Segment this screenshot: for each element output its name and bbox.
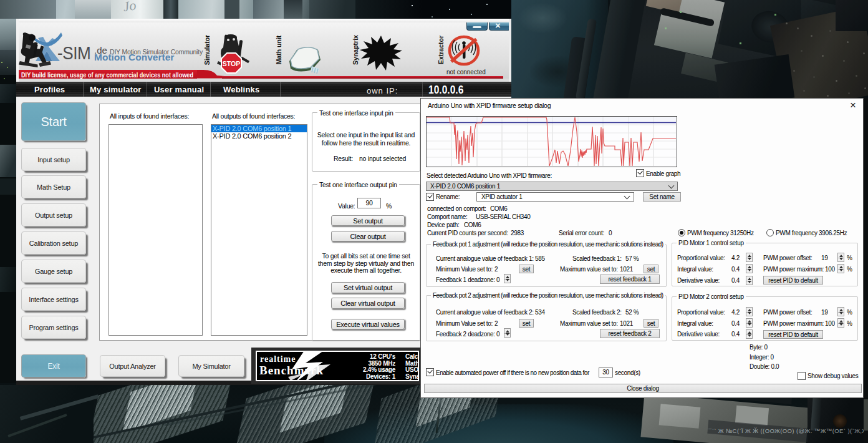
svg-text:STOP: STOP — [223, 60, 240, 67]
